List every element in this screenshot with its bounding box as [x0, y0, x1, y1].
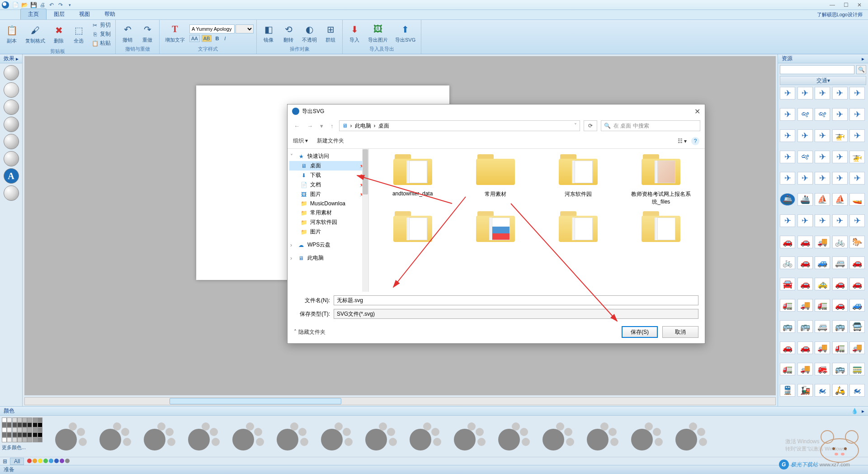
res-truck-icon[interactable]: 🚚	[797, 299, 813, 312]
dialog-close-button[interactable]: ✕	[694, 107, 700, 116]
res-plane-icon[interactable]: ✈	[797, 87, 813, 100]
res-plane-icon[interactable]: ✈	[832, 108, 848, 121]
tree-folder[interactable]: 📁河东软件园	[289, 218, 367, 227]
ab-button[interactable]: AB	[202, 35, 212, 42]
res-truck-icon[interactable]: 🚚	[815, 236, 830, 248]
copy2-button[interactable]: ⎘复制	[90, 30, 113, 38]
tab-help[interactable]: 帮助	[97, 9, 123, 19]
filter-grid-icon[interactable]: ⊞	[3, 458, 7, 465]
tree-downloads[interactable]: ⬇下载📌	[289, 171, 367, 180]
res-sail-icon[interactable]: ⛵	[815, 193, 830, 206]
pin-icon[interactable]: ▸	[862, 408, 864, 414]
res-plane-icon[interactable]: ✈	[797, 172, 813, 185]
h-scrollbar[interactable]	[24, 397, 776, 405]
pin-icon[interactable]: ▸	[16, 56, 19, 62]
res-car-icon[interactable]: 🚗	[832, 278, 848, 290]
tab-home[interactable]: 主页	[20, 9, 47, 19]
color-swatch[interactable]	[33, 437, 38, 442]
nav-fwd-icon[interactable]: →	[305, 123, 315, 129]
res-plane-icon[interactable]: ✈	[849, 108, 865, 121]
color-swatch[interactable]	[17, 427, 22, 432]
res-sail-icon[interactable]: ⛵	[832, 193, 848, 206]
pin-icon[interactable]: ▸	[862, 56, 864, 62]
file-folder[interactable]	[373, 210, 452, 238]
help-icon[interactable]: ?	[691, 137, 699, 145]
res-car-icon[interactable]: 🚙	[849, 299, 865, 312]
aa-button[interactable]: AA	[189, 35, 200, 42]
res-bus-icon[interactable]: 🚌	[832, 363, 848, 375]
effect-sphere-2[interactable]	[4, 82, 19, 98]
color-swatch[interactable]	[17, 437, 22, 442]
color-swatch[interactable]	[33, 417, 38, 422]
color-swatch[interactable]	[22, 432, 27, 437]
res-plane-icon[interactable]: ✈	[849, 87, 865, 100]
res-scooter-icon[interactable]: 🛵	[832, 384, 848, 397]
res-heli-icon[interactable]: 🚁	[849, 151, 865, 163]
color-swatch[interactable]	[27, 427, 32, 432]
res-car-icon[interactable]: 🚗	[780, 341, 795, 354]
select-all-button[interactable]: ⬚全选	[70, 23, 88, 45]
save-button[interactable]: 保存(S)	[622, 326, 658, 338]
color-swatch[interactable]	[2, 417, 7, 422]
res-plane-icon[interactable]: ✈	[849, 214, 865, 227]
cancel-button[interactable]: 取消	[662, 326, 698, 338]
resource-search-button[interactable]: 🔍	[856, 65, 866, 74]
more-colors-link[interactable]: 更多颜色...	[2, 444, 42, 451]
res-jet-icon[interactable]: 🛩	[797, 108, 813, 121]
res-car-icon[interactable]: 🚘	[780, 278, 795, 290]
res-plane-icon[interactable]: ✈	[780, 129, 795, 142]
organize-menu[interactable]: 组织 ▾	[293, 137, 308, 145]
res-moto-icon[interactable]: 🏍	[815, 384, 830, 397]
tree-music[interactable]: 📁MusicDownloa	[289, 199, 367, 208]
color-swatch[interactable]	[38, 422, 42, 427]
filter-all[interactable]: All	[10, 458, 24, 465]
effect-sphere-4[interactable]	[4, 117, 19, 132]
res-car-icon[interactable]: 🚕	[815, 278, 830, 290]
res-truck-icon[interactable]: 🚛	[832, 341, 848, 354]
breadcrumb[interactable]: 此电脑	[355, 122, 371, 130]
color-swatch[interactable]	[2, 422, 7, 427]
effect-sphere-6[interactable]	[4, 151, 19, 166]
color-swatch[interactable]	[17, 422, 22, 427]
res-car-icon[interactable]: 🚗	[797, 341, 813, 354]
color-swatch[interactable]	[17, 432, 22, 437]
color-swatch[interactable]	[7, 417, 12, 422]
res-plane-icon[interactable]: ✈	[780, 214, 795, 227]
color-swatch[interactable]	[33, 422, 38, 427]
pattern-paw[interactable]	[498, 422, 530, 450]
pattern-paw[interactable]	[675, 422, 707, 450]
pattern-paw[interactable]	[587, 422, 618, 450]
import-button[interactable]: ⬇导入	[345, 22, 363, 44]
color-swatch[interactable]	[27, 432, 32, 437]
effect-sphere-1[interactable]	[4, 65, 19, 81]
pattern-paw[interactable]	[99, 422, 131, 450]
qat-new-icon[interactable]: 📄	[11, 1, 19, 9]
res-truck-icon[interactable]: 🚛	[815, 299, 830, 312]
color-swatch[interactable]	[7, 427, 12, 432]
color-swatch[interactable]	[22, 437, 27, 442]
color-swatch[interactable]	[22, 422, 27, 427]
export-svg-button[interactable]: ⬆导出SVG	[392, 22, 418, 44]
pattern-paw[interactable]	[542, 422, 574, 450]
color-swatch[interactable]	[12, 427, 17, 432]
cut-button[interactable]: ✂剪切	[90, 21, 113, 29]
res-bus-icon[interactable]: 🚐	[815, 320, 830, 333]
res-plane-icon[interactable]: ✈	[797, 214, 813, 227]
res-bus-icon[interactable]: 🚌	[832, 320, 848, 333]
view-mode-icon[interactable]: ☷ ▾	[678, 138, 687, 144]
color-swatch[interactable]	[7, 422, 12, 427]
res-heli-icon[interactable]: 🚁	[832, 129, 848, 142]
res-truck-icon[interactable]: 🚛	[780, 299, 795, 312]
effect-letter-a[interactable]: A	[4, 168, 19, 184]
res-truck-icon[interactable]: 🚛	[780, 363, 795, 375]
pattern-paw[interactable]	[277, 422, 308, 450]
res-bike-icon[interactable]: 🚲	[780, 256, 795, 269]
res-plane-icon[interactable]: ✈	[780, 151, 795, 163]
res-plane-icon[interactable]: ✈	[849, 129, 865, 142]
close-button[interactable]: ✕	[853, 2, 866, 8]
bold-button[interactable]: B	[213, 35, 221, 42]
eyedropper-icon[interactable]: 💧	[851, 408, 858, 414]
file-folder[interactable]: andtowriter_data	[373, 153, 452, 206]
res-car-icon[interactable]: 🚙	[815, 256, 830, 269]
color-swatch[interactable]	[38, 437, 42, 442]
